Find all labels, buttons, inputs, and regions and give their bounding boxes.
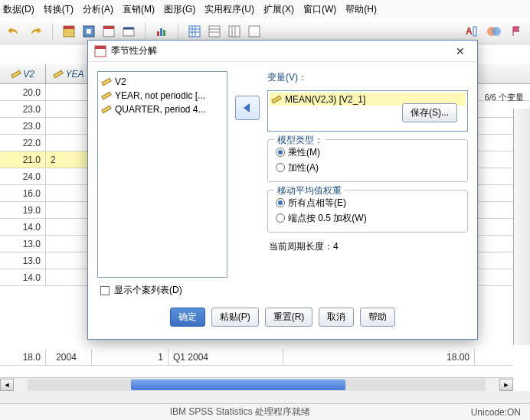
cell-year[interactable] <box>46 269 92 285</box>
cell-v2[interactable]: 13.0 <box>0 236 46 252</box>
cell-v2[interactable]: 19.0 <box>0 202 46 218</box>
cancel-button[interactable]: 取消 <box>319 308 354 327</box>
horizontal-scrollbar[interactable]: ◄ ► <box>0 377 513 391</box>
column-header-v2[interactable]: V2 <box>0 64 46 83</box>
menu-help[interactable]: 帮助(H) <box>345 3 377 16</box>
cell-v2[interactable]: 23.0 <box>0 101 46 117</box>
svg-point-17 <box>492 27 501 36</box>
paste-button[interactable]: 粘贴(P) <box>211 308 259 327</box>
cell-col4[interactable]: Q1 2004 <box>168 349 283 365</box>
toolbar-btn-2[interactable] <box>80 23 97 40</box>
toolbar-btn-1[interactable] <box>61 23 77 40</box>
svg-rect-21 <box>95 46 106 49</box>
svg-rect-5 <box>103 26 114 29</box>
menu-direct[interactable]: 直销(M) <box>123 3 155 16</box>
cell-year[interactable] <box>46 252 92 269</box>
reset-button[interactable]: 重置(R) <box>265 308 313 327</box>
svg-rect-12 <box>229 26 240 37</box>
undo-icon[interactable] <box>5 23 21 40</box>
svg-rect-19 <box>54 70 63 77</box>
radio-additive[interactable]: 加性(A) <box>276 160 460 175</box>
cell-v2[interactable]: 14.0 <box>0 219 46 235</box>
svg-rect-23 <box>102 92 111 99</box>
svg-rect-7 <box>157 31 159 36</box>
cell-year[interactable] <box>46 118 92 134</box>
cell-year[interactable] <box>46 168 92 184</box>
cell-v2[interactable]: 21.0 <box>0 151 46 168</box>
vertical-scrollbar[interactable] <box>513 109 530 345</box>
scroll-left-icon[interactable]: ◄ <box>0 379 14 391</box>
toolbar-grid-icon-4[interactable] <box>246 23 263 40</box>
cell-v2[interactable]: 23.0 <box>0 118 46 134</box>
svg-rect-1 <box>64 26 74 29</box>
ruler-icon <box>271 94 282 105</box>
cell-v2[interactable]: 16.0 <box>0 185 46 201</box>
radio-equal-weight[interactable]: 所有点相等(E) <box>276 195 460 210</box>
help-button[interactable]: 帮助 <box>360 308 395 327</box>
cell-v2[interactable]: 22.0 <box>0 135 46 151</box>
redo-icon[interactable] <box>28 23 44 40</box>
cell-year[interactable] <box>46 135 92 151</box>
toolbar-grid-icon-1[interactable] <box>186 23 203 40</box>
svg-rect-24 <box>102 106 111 112</box>
cell-col3[interactable]: 1 <box>92 349 168 365</box>
show-cases-checkbox[interactable] <box>100 286 110 295</box>
source-variable-list[interactable]: V2 YEAR, not periodic [... QUARTER, peri… <box>97 71 227 278</box>
radio-endpoint-weight[interactable]: 端点按 0.5 加权(W) <box>276 210 460 226</box>
toolbar-a-icon[interactable]: A <box>463 23 479 40</box>
cell-year[interactable] <box>46 219 92 235</box>
svg-rect-8 <box>160 28 162 36</box>
menu-data[interactable]: 数据(D) <box>3 3 34 16</box>
cell-year[interactable] <box>46 236 92 252</box>
menu-transform[interactable]: 转换(T) <box>44 3 74 16</box>
menu-window[interactable]: 窗口(W) <box>303 3 336 16</box>
dialog-icon <box>94 45 106 57</box>
cell-year[interactable]: 2 <box>46 151 92 168</box>
svg-text:A: A <box>466 26 473 37</box>
toolbar-grid-icon-2[interactable] <box>206 23 223 40</box>
cell-year[interactable] <box>46 202 92 218</box>
show-cases-label: 显示个案列表(D) <box>114 284 182 297</box>
cell-v2[interactable]: 20.0 <box>0 84 46 100</box>
save-button[interactable]: 保存(S)... <box>402 103 457 122</box>
list-item[interactable]: YEAR, not periodic [... <box>101 89 224 103</box>
status-bar: IBM SPSS Statistics 处理程序就绪 Unicode:ON <box>0 403 530 420</box>
cell-col5[interactable]: 18.00 <box>283 349 475 365</box>
list-item[interactable]: V2 <box>101 75 224 89</box>
scroll-thumb[interactable] <box>131 379 345 390</box>
ok-button[interactable]: 确定 <box>170 308 205 327</box>
seasonal-decomposition-dialog: 季节性分解 ✕ V2 YEAR, not periodic [... QUART… <box>87 40 478 340</box>
close-icon[interactable]: ✕ <box>450 45 471 57</box>
toolbar-flag-icon[interactable] <box>509 23 525 40</box>
list-item[interactable]: QUARTER, period 4... <box>101 103 224 116</box>
menu-utilities[interactable]: 实用程序(U) <box>204 3 254 16</box>
cell-year[interactable] <box>46 84 92 100</box>
menu-graphs[interactable]: 图形(G) <box>164 3 195 16</box>
toolbar-chart-icon[interactable] <box>153 23 170 40</box>
svg-rect-22 <box>102 78 111 85</box>
menu-analyze[interactable]: 分析(A) <box>83 3 113 16</box>
cell-v2[interactable]: 14.0 <box>0 269 46 285</box>
svg-rect-13 <box>249 26 260 37</box>
radio-multiplicative[interactable]: 乘性(M) <box>276 145 460 160</box>
toolbar-btn-3[interactable] <box>100 23 117 40</box>
cell-year[interactable]: 2004 <box>46 349 92 365</box>
dialog-title-text: 季节性分解 <box>111 44 450 57</box>
dialog-titlebar[interactable]: 季节性分解 ✕ <box>88 41 477 62</box>
move-variable-button[interactable] <box>235 96 260 120</box>
variable-label: 变量(V)： <box>267 71 468 84</box>
column-header-year[interactable]: YEA <box>46 64 92 83</box>
svg-rect-10 <box>189 26 200 37</box>
toolbar-grid-icon-3[interactable] <box>226 23 243 40</box>
svg-rect-9 <box>163 30 165 36</box>
main-menu-bar: 数据(D) 转换(T) 分析(A) 直销(M) 图形(G) 实用程序(U) 扩展… <box>0 0 530 18</box>
toolbar-venn-icon[interactable] <box>486 23 502 40</box>
cell-v2[interactable]: 24.0 <box>0 168 46 184</box>
cell-v2[interactable]: 18.0 <box>0 349 46 365</box>
scroll-right-icon[interactable]: ► <box>499 379 513 391</box>
cell-v2[interactable]: 13.0 <box>0 252 46 269</box>
menu-extensions[interactable]: 扩展(X) <box>263 3 294 16</box>
cell-year[interactable] <box>46 185 92 201</box>
toolbar-btn-4[interactable] <box>120 23 137 40</box>
cell-year[interactable] <box>46 101 92 117</box>
